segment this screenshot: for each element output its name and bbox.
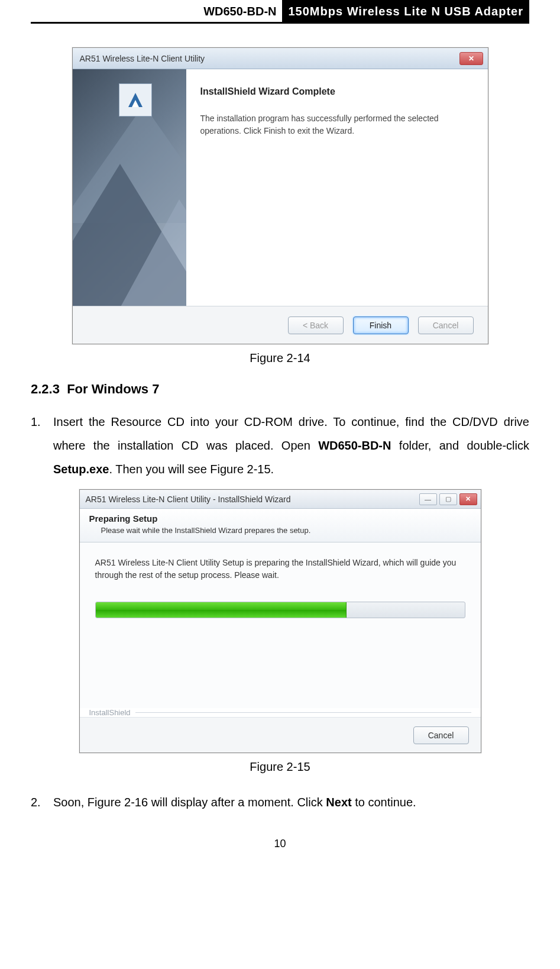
minimize-icon[interactable]: — (419, 493, 437, 505)
dialog1-titlebar: AR51 Wireless Lite-N Client Utility ✕ (73, 48, 488, 69)
page-number: 10 (31, 838, 529, 850)
installshield-brand-label: InstallShield (89, 708, 131, 717)
finish-button[interactable]: Finish (353, 316, 409, 334)
dialog1-heading: InstallShield Wizard Complete (200, 85, 471, 99)
header-product: 150Mbps Wireless Lite N USB Adapter (282, 0, 529, 22)
dialog2-header: Preparing Setup Please wait while the In… (80, 509, 481, 542)
header-model: WD650-BD-N (31, 0, 282, 22)
step1-post: . Then you will see Figure 2-15. (109, 463, 274, 476)
dialog2-body: AR51 Wireless Lite-N Client Utility Setu… (80, 542, 481, 708)
figure-caption-2: Figure 2-15 (31, 760, 529, 774)
step1-mid: folder, and double-click (391, 439, 529, 452)
progress-bar-fill (96, 602, 347, 618)
cancel-button[interactable]: Cancel (413, 726, 469, 744)
dialog1-title: AR51 Wireless Lite-N Client Utility (80, 54, 205, 63)
installshield-brand: InstallShield (80, 708, 481, 717)
dialog2-title: AR51 Wireless Lite-N Client Utility - In… (86, 495, 291, 504)
section-number: 2.2.3 (31, 382, 60, 396)
dialog2-window-buttons: — ▢ ✕ (419, 493, 477, 505)
installer-logo-icon (119, 83, 152, 117)
close-icon[interactable]: ✕ (459, 52, 483, 65)
dialog2-titlebar: AR51 Wireless Lite-N Client Utility - In… (80, 490, 481, 509)
brand-divider (135, 712, 471, 713)
step-2-text: Soon, Figure 2-16 will display after a m… (53, 790, 529, 814)
step-1-number: 1. (31, 410, 53, 481)
install-complete-dialog: AR51 Wireless Lite-N Client Utility ✕ (72, 47, 488, 344)
step-2-number: 2. (31, 790, 53, 814)
dialog1-content: InstallShield Wizard Complete The instal… (186, 69, 488, 306)
page-header: WD650-BD-N 150Mbps Wireless Lite N USB A… (31, 0, 529, 24)
step-1-text: Insert the Resource CD into your CD-ROM … (53, 410, 529, 481)
dialog1-body-text: The installation program has successfull… (200, 112, 471, 138)
step-2: 2. Soon, Figure 2-16 will display after … (31, 790, 529, 814)
step-1: 1. Insert the Resource CD into your CD-R… (31, 410, 529, 481)
figure-caption-1: Figure 2-14 (31, 351, 529, 365)
step2-pre: Soon, Figure 2-16 will display after a m… (53, 796, 326, 809)
progress-bar (95, 602, 465, 618)
close-icon[interactable]: ✕ (459, 493, 477, 505)
step2-post: to continue. (352, 796, 416, 809)
dialog2-footer: Cancel (80, 717, 481, 752)
section-heading: 2.2.3 For Windows 7 (31, 382, 529, 397)
step1-bold2: Setup.exe (53, 463, 109, 476)
step2-bold1: Next (326, 796, 351, 809)
dialog1-footer: < Back Finish Cancel (73, 306, 488, 344)
dialog2-body-text: AR51 Wireless Lite-N Client Utility Setu… (95, 557, 465, 582)
dialog2-subheading: Please wait while the InstallShield Wiza… (89, 526, 471, 535)
section-title: For Windows 7 (67, 382, 159, 396)
back-button[interactable]: < Back (288, 316, 344, 334)
preparing-setup-dialog: AR51 Wireless Lite-N Client Utility - In… (79, 489, 481, 753)
cancel-button[interactable]: Cancel (418, 316, 474, 334)
dialog1-side-image (73, 69, 186, 306)
step1-bold1: WD650-BD-N (318, 439, 391, 452)
dialog2-heading: Preparing Setup (89, 513, 471, 524)
maximize-icon[interactable]: ▢ (439, 493, 457, 505)
